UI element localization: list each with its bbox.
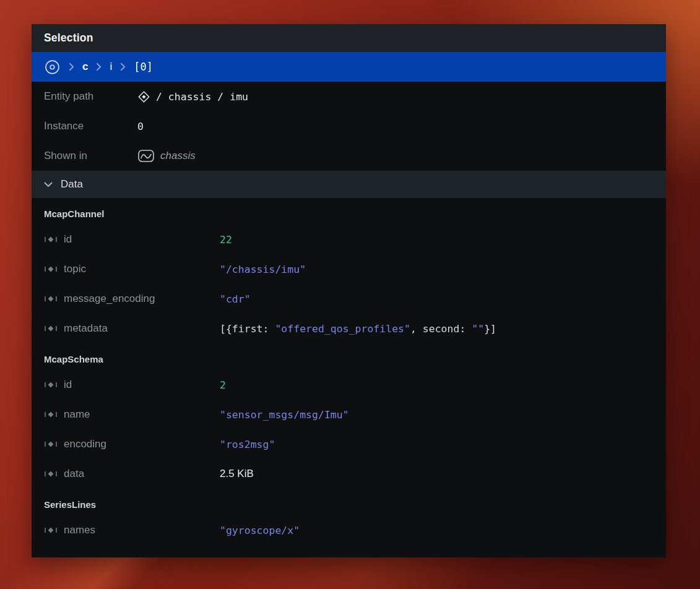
chevron-right-icon (96, 62, 102, 71)
component-row: metadata [{first: "offered_qos_profiles"… (44, 314, 654, 343)
component-row: data 2.5 KiB (44, 459, 654, 489)
component-row: name "sensor_msgs/msg/Imu" (44, 400, 654, 429)
data-section-header[interactable]: Data (32, 171, 666, 198)
component-label: encoding (64, 438, 106, 450)
entity-path-value[interactable]: / chassis / imu (137, 90, 248, 103)
archetype-heading: McapSchema (44, 343, 654, 370)
component-icon (44, 380, 58, 389)
component-value-metadata: [{first: "offered_qos_profiles", second:… (220, 323, 496, 335)
component-label: name (64, 408, 90, 421)
component-value: 2 (220, 379, 226, 391)
component-value: "sensor_msgs/msg/Imu" (220, 409, 349, 421)
component-label: names (64, 524, 95, 536)
chevron-down-icon (44, 182, 53, 187)
breadcrumb-segment-instance[interactable]: [0] (134, 61, 153, 73)
component-label: metadata (64, 322, 108, 335)
shown-in-value[interactable]: chassis (137, 148, 196, 163)
component-value: "/chassis/imu" (220, 264, 306, 275)
breadcrumb-segment-chassis[interactable]: c (82, 61, 88, 73)
entity-path-label: Entity path (44, 90, 137, 103)
component-icon (44, 324, 58, 333)
selection-panel: Selection c i [0] Entity path (32, 24, 666, 557)
metadata-token: , second: (410, 323, 472, 335)
component-label: id (64, 233, 72, 246)
component-label: id (64, 379, 72, 391)
component-row: topic "/chassis/imu" (44, 254, 654, 284)
chevron-right-icon (69, 62, 74, 71)
component-row: names "gyroscope/x" (44, 515, 654, 545)
data-section-body[interactable]: McapChannel id 22 topic (32, 198, 666, 557)
shown-in-label: Shown in (44, 150, 137, 162)
selection-summary: Entity path / chassis / imu Instance 0 S… (32, 82, 666, 171)
component-row: id 22 (44, 225, 654, 254)
component-value: 22 (220, 234, 232, 246)
component-label: topic (64, 263, 86, 275)
shown-in-view-link[interactable]: chassis (160, 150, 196, 162)
instance-row: Instance 0 (32, 111, 666, 141)
archetype-heading: SeriesLines (44, 489, 654, 515)
component-value: 2.5 KiB (220, 468, 254, 480)
timeseries-view-icon (137, 148, 155, 163)
component-row: encoding "ros2msg" (44, 429, 654, 459)
instance-label: Instance (44, 120, 137, 132)
component-label: data (64, 468, 84, 480)
chevron-right-icon (120, 62, 126, 71)
component-row: id 2 (44, 370, 654, 400)
metadata-token: "" (472, 323, 484, 335)
metadata-token: "offered_qos_profiles" (275, 323, 410, 335)
data-section-title: Data (61, 178, 83, 191)
component-icon (44, 235, 58, 244)
component-value: "cdr" (220, 293, 251, 305)
selection-panel-header: Selection (32, 24, 666, 52)
component-value: "gyroscope/x" (220, 525, 300, 536)
breadcrumb-segment-imu[interactable]: i (110, 61, 112, 73)
panel-title: Selection (44, 32, 93, 45)
component-icon (44, 440, 58, 449)
metadata-token: }] (484, 323, 496, 335)
component-icon (44, 410, 58, 419)
archetype-heading: McapChannel (44, 198, 654, 225)
entity-path-text: / chassis / imu (156, 91, 248, 103)
entity-icon (137, 90, 150, 103)
component-value: "ros2msg" (220, 439, 275, 450)
instance-value: 0 (137, 121, 144, 132)
component-label: message_encoding (64, 293, 155, 305)
metadata-token: [{first: (220, 323, 275, 335)
component-row: message_encoding "cdr" (44, 284, 654, 314)
component-icon (44, 294, 58, 303)
recording-icon[interactable] (44, 59, 61, 75)
component-icon (44, 526, 58, 535)
breadcrumb: c i [0] (32, 52, 666, 82)
shown-in-row: Shown in chassis (32, 141, 666, 171)
component-icon (44, 265, 58, 273)
entity-path-row: Entity path / chassis / imu (32, 82, 666, 111)
component-icon (44, 470, 58, 478)
